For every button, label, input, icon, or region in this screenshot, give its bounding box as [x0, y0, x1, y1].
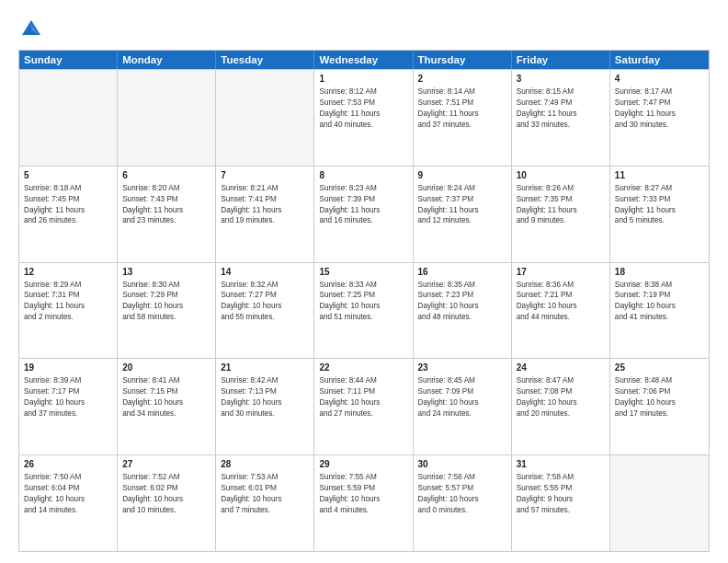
header: [18, 17, 710, 42]
header-day-friday: Friday: [512, 51, 610, 69]
cell-info: Sunrise: 8:14 AM Sunset: 7:51 PM Dayligh…: [418, 86, 506, 131]
day-number: 9: [418, 169, 506, 182]
calendar-row-1: 1Sunrise: 8:12 AM Sunset: 7:53 PM Daylig…: [19, 69, 709, 166]
cell-info: Sunrise: 7:53 AM Sunset: 6:01 PM Dayligh…: [221, 472, 309, 516]
calendar-cell: [216, 70, 314, 166]
cell-info: Sunrise: 7:50 AM Sunset: 6:04 PM Dayligh…: [24, 472, 112, 516]
calendar-cell: 15Sunrise: 8:33 AM Sunset: 7:25 PM Dayli…: [314, 263, 413, 359]
calendar-cell: 9Sunrise: 8:24 AM Sunset: 7:37 PM Daylig…: [414, 167, 512, 262]
calendar-cell: 17Sunrise: 8:36 AM Sunset: 7:21 PM Dayli…: [512, 263, 610, 359]
calendar-cell: 23Sunrise: 8:45 AM Sunset: 7:09 PM Dayli…: [414, 359, 512, 454]
day-number: 22: [319, 362, 407, 374]
calendar-cell: 29Sunrise: 7:55 AM Sunset: 5:59 PM Dayli…: [314, 455, 413, 551]
calendar-row-5: 26Sunrise: 7:50 AM Sunset: 6:04 PM Dayli…: [19, 454, 709, 551]
day-number: 8: [319, 169, 407, 182]
calendar-row-3: 12Sunrise: 8:29 AM Sunset: 7:31 PM Dayli…: [19, 262, 709, 359]
header-day-wednesday: Wednesday: [314, 51, 413, 69]
cell-info: Sunrise: 8:35 AM Sunset: 7:23 PM Dayligh…: [418, 280, 506, 324]
day-number: 27: [122, 458, 210, 471]
day-number: 24: [517, 362, 605, 374]
cell-info: Sunrise: 8:42 AM Sunset: 7:13 PM Dayligh…: [221, 375, 309, 419]
calendar-cell: 3Sunrise: 8:15 AM Sunset: 7:49 PM Daylig…: [512, 70, 610, 166]
day-number: 13: [122, 266, 210, 279]
day-number: 1: [319, 73, 407, 86]
cell-info: Sunrise: 8:39 AM Sunset: 7:17 PM Dayligh…: [24, 375, 112, 419]
header-day-monday: Monday: [118, 51, 216, 69]
day-number: 4: [615, 73, 704, 86]
cell-info: Sunrise: 7:56 AM Sunset: 5:57 PM Dayligh…: [418, 472, 506, 516]
cell-info: Sunrise: 8:12 AM Sunset: 7:53 PM Dayligh…: [319, 86, 407, 131]
cell-info: Sunrise: 8:44 AM Sunset: 7:11 PM Dayligh…: [319, 375, 407, 419]
cell-info: Sunrise: 8:21 AM Sunset: 7:41 PM Dayligh…: [221, 183, 309, 227]
cell-info: Sunrise: 8:26 AM Sunset: 7:35 PM Dayligh…: [517, 183, 605, 227]
day-number: 18: [615, 266, 704, 279]
day-number: 19: [24, 362, 112, 374]
calendar: SundayMondayTuesdayWednesdayThursdayFrid…: [18, 50, 710, 552]
logo: [18, 17, 48, 42]
day-number: 11: [615, 169, 704, 182]
cell-info: Sunrise: 7:52 AM Sunset: 6:02 PM Dayligh…: [122, 472, 210, 516]
day-number: 12: [24, 266, 112, 279]
cell-info: Sunrise: 8:32 AM Sunset: 7:27 PM Dayligh…: [221, 280, 309, 324]
calendar-cell: 31Sunrise: 7:58 AM Sunset: 5:55 PM Dayli…: [512, 455, 610, 551]
day-number: 7: [221, 169, 309, 182]
cell-info: Sunrise: 8:17 AM Sunset: 7:47 PM Dayligh…: [615, 86, 704, 131]
day-number: 26: [24, 458, 112, 471]
calendar-cell: 24Sunrise: 8:47 AM Sunset: 7:08 PM Dayli…: [512, 359, 610, 454]
cell-info: Sunrise: 8:15 AM Sunset: 7:49 PM Dayligh…: [517, 86, 605, 131]
cell-info: Sunrise: 8:33 AM Sunset: 7:25 PM Dayligh…: [319, 280, 407, 324]
calendar-header: SundayMondayTuesdayWednesdayThursdayFrid…: [19, 51, 709, 69]
calendar-body: 1Sunrise: 8:12 AM Sunset: 7:53 PM Daylig…: [19, 69, 709, 551]
calendar-cell: 28Sunrise: 7:53 AM Sunset: 6:01 PM Dayli…: [216, 455, 314, 551]
calendar-cell: 1Sunrise: 8:12 AM Sunset: 7:53 PM Daylig…: [314, 70, 413, 166]
calendar-cell: 27Sunrise: 7:52 AM Sunset: 6:02 PM Dayli…: [118, 455, 216, 551]
header-day-sunday: Sunday: [19, 51, 118, 69]
cell-info: Sunrise: 8:47 AM Sunset: 7:08 PM Dayligh…: [517, 375, 605, 419]
day-number: 5: [24, 169, 112, 182]
day-number: 21: [221, 362, 309, 374]
calendar-cell: 25Sunrise: 8:48 AM Sunset: 7:06 PM Dayli…: [610, 359, 709, 454]
calendar-cell: 11Sunrise: 8:27 AM Sunset: 7:33 PM Dayli…: [610, 167, 709, 262]
calendar-cell: 5Sunrise: 8:18 AM Sunset: 7:45 PM Daylig…: [19, 167, 118, 262]
calendar-row-2: 5Sunrise: 8:18 AM Sunset: 7:45 PM Daylig…: [19, 166, 709, 262]
day-number: 31: [517, 458, 605, 471]
calendar-cell: 21Sunrise: 8:42 AM Sunset: 7:13 PM Dayli…: [216, 359, 314, 454]
calendar-cell: 30Sunrise: 7:56 AM Sunset: 5:57 PM Dayli…: [414, 455, 512, 551]
cell-info: Sunrise: 7:55 AM Sunset: 5:59 PM Dayligh…: [319, 472, 407, 516]
day-number: 3: [517, 73, 605, 86]
cell-info: Sunrise: 8:24 AM Sunset: 7:37 PM Dayligh…: [418, 183, 506, 227]
calendar-cell: 19Sunrise: 8:39 AM Sunset: 7:17 PM Dayli…: [19, 359, 118, 454]
calendar-cell: 20Sunrise: 8:41 AM Sunset: 7:15 PM Dayli…: [118, 359, 216, 454]
calendar-cell: 8Sunrise: 8:23 AM Sunset: 7:39 PM Daylig…: [314, 167, 413, 262]
cell-info: Sunrise: 8:18 AM Sunset: 7:45 PM Dayligh…: [24, 183, 112, 227]
cell-info: Sunrise: 8:27 AM Sunset: 7:33 PM Dayligh…: [615, 183, 704, 227]
calendar-cell: 26Sunrise: 7:50 AM Sunset: 6:04 PM Dayli…: [19, 455, 118, 551]
header-day-saturday: Saturday: [610, 51, 709, 69]
calendar-cell: [19, 70, 118, 166]
calendar-cell: 2Sunrise: 8:14 AM Sunset: 7:51 PM Daylig…: [414, 70, 512, 166]
day-number: 30: [418, 458, 506, 471]
calendar-row-4: 19Sunrise: 8:39 AM Sunset: 7:17 PM Dayli…: [19, 358, 709, 454]
cell-info: Sunrise: 8:29 AM Sunset: 7:31 PM Dayligh…: [24, 280, 112, 324]
page: SundayMondayTuesdayWednesdayThursdayFrid…: [0, 0, 728, 563]
calendar-cell: 22Sunrise: 8:44 AM Sunset: 7:11 PM Dayli…: [314, 359, 413, 454]
logo-icon: [18, 17, 44, 42]
calendar-cell: 6Sunrise: 8:20 AM Sunset: 7:43 PM Daylig…: [118, 167, 216, 262]
header-day-tuesday: Tuesday: [216, 51, 314, 69]
cell-info: Sunrise: 8:23 AM Sunset: 7:39 PM Dayligh…: [319, 183, 407, 227]
calendar-cell: [118, 70, 216, 166]
day-number: 16: [418, 266, 506, 279]
day-number: 29: [319, 458, 407, 471]
cell-info: Sunrise: 7:58 AM Sunset: 5:55 PM Dayligh…: [517, 472, 605, 516]
cell-info: Sunrise: 8:30 AM Sunset: 7:29 PM Dayligh…: [122, 280, 210, 324]
cell-info: Sunrise: 8:41 AM Sunset: 7:15 PM Dayligh…: [122, 375, 210, 419]
day-number: 10: [517, 169, 605, 182]
cell-info: Sunrise: 8:45 AM Sunset: 7:09 PM Dayligh…: [418, 375, 506, 419]
calendar-cell: 12Sunrise: 8:29 AM Sunset: 7:31 PM Dayli…: [19, 263, 118, 359]
calendar-cell: 13Sunrise: 8:30 AM Sunset: 7:29 PM Dayli…: [118, 263, 216, 359]
cell-info: Sunrise: 8:20 AM Sunset: 7:43 PM Dayligh…: [122, 183, 210, 227]
calendar-cell: 10Sunrise: 8:26 AM Sunset: 7:35 PM Dayli…: [512, 167, 610, 262]
day-number: 17: [517, 266, 605, 279]
header-day-thursday: Thursday: [414, 51, 512, 69]
cell-info: Sunrise: 8:36 AM Sunset: 7:21 PM Dayligh…: [517, 280, 605, 324]
